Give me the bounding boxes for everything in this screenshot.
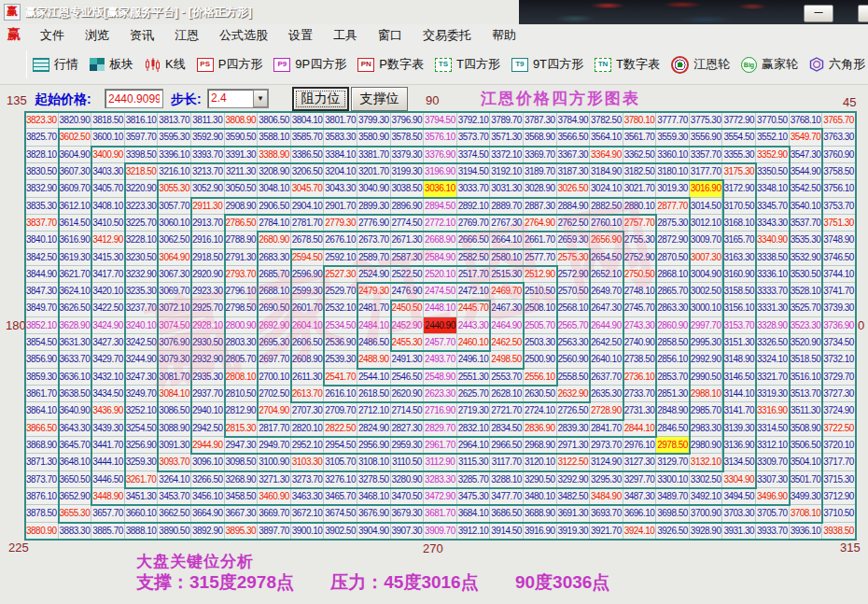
resistance-button[interactable]: 阻力位 bbox=[292, 87, 349, 111]
minimize-button[interactable]: — bbox=[804, 5, 833, 22]
grid-cell: 3297.70 bbox=[623, 471, 657, 488]
toolbar-hexagon[interactable]: 六角形 bbox=[809, 56, 865, 73]
grid-cell: 2968.90 bbox=[524, 437, 557, 454]
toolbar-kline[interactable]: K线 bbox=[145, 56, 186, 73]
grid-cell: 3883.30 bbox=[59, 523, 92, 540]
grid-cell: 2829.70 bbox=[424, 420, 457, 437]
grid-cell: 3811.30 bbox=[191, 112, 225, 129]
grid-cell: 3182.50 bbox=[623, 163, 657, 180]
grid-cell: 3228.10 bbox=[125, 232, 159, 248]
grid-cell: 3060.10 bbox=[158, 215, 191, 232]
grid-cell: 3801.70 bbox=[324, 112, 357, 129]
toolbar-sectors[interactable]: 板块 bbox=[90, 56, 133, 73]
step-dropdown-button[interactable]: ▼ bbox=[253, 90, 268, 107]
grid-cell: 3432.10 bbox=[91, 369, 125, 386]
grid-cell: 2680.90 bbox=[258, 232, 291, 248]
grid-cell: 3674.50 bbox=[324, 505, 357, 522]
menu-window[interactable]: 窗口 bbox=[368, 25, 413, 45]
grid-cell: 2558.50 bbox=[557, 369, 591, 386]
grid-cell: 3806.50 bbox=[258, 112, 291, 129]
grid-cell: 2522.50 bbox=[391, 266, 425, 283]
grid-cell: 3477.70 bbox=[490, 488, 524, 505]
ps-box-icon: PS bbox=[197, 58, 214, 72]
grid-cell: 2877.70 bbox=[656, 198, 690, 215]
menu-help[interactable]: 帮助 bbox=[482, 25, 526, 45]
grid-cell: 3048.10 bbox=[258, 180, 291, 197]
grid-cell: 3756.10 bbox=[822, 180, 856, 197]
grid-cell: 3624.10 bbox=[59, 283, 92, 300]
grid-cell: 3816.10 bbox=[125, 112, 159, 129]
degree-label-315: 315 bbox=[840, 541, 861, 555]
grid-cell: 3612.10 bbox=[59, 198, 92, 215]
grid-cell: 3283.30 bbox=[424, 471, 457, 488]
grid-cell: 3040.90 bbox=[357, 180, 391, 197]
grid-cell: 3088.90 bbox=[158, 420, 191, 437]
grid-cell: 2496.10 bbox=[457, 351, 491, 368]
grid-cell: 3115.30 bbox=[457, 454, 491, 471]
toolbar-9p-square[interactable]: P9 9P四方形 bbox=[273, 56, 346, 73]
grid-cell: 3038.50 bbox=[391, 180, 425, 197]
grid-cell: 2654.50 bbox=[590, 249, 623, 266]
grid-cell: 3489.70 bbox=[656, 488, 690, 505]
grid-cell: 3357.70 bbox=[690, 147, 723, 163]
grid-cell: 3355.30 bbox=[722, 147, 756, 163]
grid-cell: 2971.30 bbox=[557, 437, 591, 454]
toolbar-p-square[interactable]: PS P四方形 bbox=[197, 56, 263, 73]
grid-cell: 2685.70 bbox=[258, 266, 291, 283]
grid-cell: 3300.10 bbox=[656, 471, 690, 488]
start-price-input[interactable] bbox=[105, 89, 163, 108]
grid-cell: 3336.10 bbox=[756, 266, 790, 283]
grid-cell: 2455.30 bbox=[391, 334, 425, 351]
grid-cell: 2880.10 bbox=[623, 198, 657, 215]
grid-cell: 3309.70 bbox=[756, 454, 790, 471]
grid-cell: 2690.50 bbox=[258, 300, 291, 316]
grid-cell: 2539.30 bbox=[324, 351, 357, 368]
grid-cell: 3019.30 bbox=[656, 180, 690, 197]
grid-cell: 2839.30 bbox=[557, 420, 591, 437]
toolbar-t-square[interactable]: TS T四方形 bbox=[435, 56, 500, 73]
grid-cell: 3009.70 bbox=[690, 232, 723, 248]
grid-cell: 2529.70 bbox=[324, 283, 357, 300]
menu-browse[interactable]: 浏览 bbox=[75, 25, 119, 45]
grid-cell: 3026.50 bbox=[557, 180, 591, 197]
grid-cell: 3259.30 bbox=[125, 454, 159, 471]
grid-cell: 3276.10 bbox=[324, 471, 357, 488]
grid-cell: 3595.30 bbox=[158, 129, 191, 146]
menu-tools[interactable]: 工具 bbox=[323, 25, 368, 45]
toolbar-p-number-table[interactable]: PN P数字表 bbox=[357, 56, 424, 73]
grid-cell: 3196.90 bbox=[424, 163, 457, 180]
grid-cell: 3304.90 bbox=[722, 471, 756, 488]
menu-trade[interactable]: 交易委托 bbox=[413, 25, 482, 45]
toolbar-gann-wheel[interactable]: 江恩轮 bbox=[671, 56, 730, 74]
grid-cell: 2568.10 bbox=[557, 300, 591, 316]
grid-cell: 2443.30 bbox=[457, 317, 491, 334]
toolbar-9t-square[interactable]: T9 9T四方形 bbox=[511, 56, 583, 73]
grid-cell: 3924.10 bbox=[623, 523, 657, 540]
grid-cell: 3451.30 bbox=[125, 488, 159, 505]
grid-cell: 3172.90 bbox=[722, 180, 756, 197]
grid-cell: 2774.50 bbox=[391, 215, 425, 232]
grid-cell: 2613.70 bbox=[291, 386, 325, 402]
grid-cell: 2884.90 bbox=[557, 198, 591, 215]
maximize-button[interactable]: ❐ bbox=[858, 5, 868, 22]
toolbar-quotes[interactable]: 行情 bbox=[33, 56, 78, 73]
grid-cell: 2805.70 bbox=[225, 351, 259, 368]
support-button[interactable]: 支撑位 bbox=[351, 87, 408, 111]
toolbar-t-number-table[interactable]: TN T数字表 bbox=[595, 56, 660, 73]
toolbar-winner-wheel[interactable]: Big 赢家轮 bbox=[741, 56, 798, 73]
menu-file[interactable]: 文件 bbox=[30, 25, 75, 45]
menu-formula-stock-pick[interactable]: 公式选股 bbox=[209, 25, 278, 45]
grid-cell: 2644.90 bbox=[590, 317, 623, 334]
grid-cell: 3794.50 bbox=[424, 112, 457, 129]
grid-cell: 3900.10 bbox=[291, 523, 325, 540]
t9-box-icon: T9 bbox=[511, 58, 528, 72]
grid-cell: 3506.50 bbox=[790, 437, 823, 454]
grid-cell: 3916.90 bbox=[524, 523, 557, 540]
grid-cell: 2798.50 bbox=[225, 300, 259, 316]
menu-settings[interactable]: 设置 bbox=[278, 25, 323, 45]
grid-cell: 3535.30 bbox=[790, 232, 823, 248]
grid-cell: 2875.30 bbox=[656, 215, 690, 232]
menu-news[interactable]: 资讯 bbox=[119, 25, 164, 45]
grid-cell: 2719.30 bbox=[457, 402, 491, 419]
menu-gann[interactable]: 江恩 bbox=[164, 25, 209, 45]
